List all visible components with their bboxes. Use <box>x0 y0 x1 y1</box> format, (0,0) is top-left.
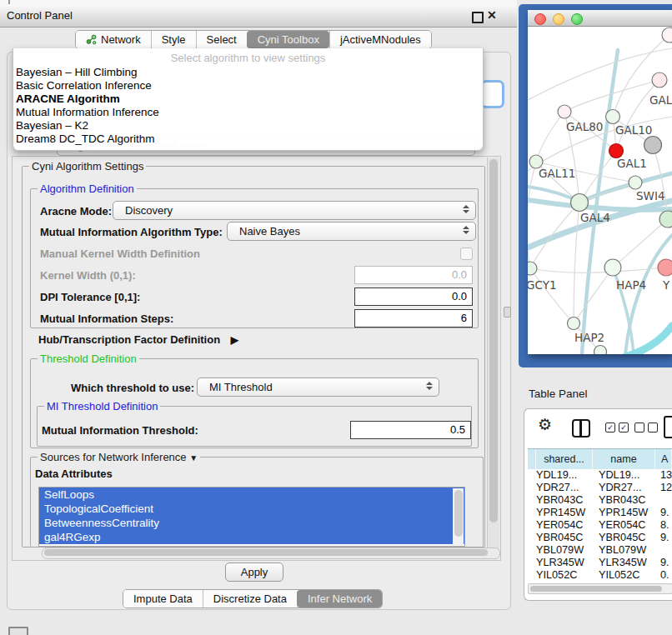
attribute-item-topologicalcoefficient[interactable]: TopologicalCoefficient <box>39 502 464 516</box>
table-cell: YBR045C <box>599 532 660 544</box>
data-attributes-label: Data Attributes <box>35 468 113 480</box>
apply-button[interactable]: Apply <box>225 562 283 582</box>
network-window-titlebar[interactable] <box>528 10 672 27</box>
table-header-stub[interactable] <box>528 449 536 469</box>
float-window-icon[interactable] <box>472 12 484 23</box>
table-cell <box>660 494 672 507</box>
attributes-scrollbar[interactable] <box>453 488 464 545</box>
network-node[interactable] <box>629 176 642 189</box>
network-node[interactable] <box>662 28 672 42</box>
algorithm-option-aracne-algorithm[interactable]: ARACNE Algorithm <box>13 92 483 106</box>
network-edge[interactable] <box>528 48 672 100</box>
table-row[interactable]: YBR045CYBR045C9. <box>528 532 672 544</box>
network-node[interactable] <box>659 211 672 228</box>
tab-discretize-data[interactable]: Discretize Data <box>203 590 297 608</box>
algorithm-option-bayesian-hill-climbing[interactable]: Bayesian – Hill Climbing <box>13 66 483 79</box>
mi-algorithm-type-combo[interactable]: Naive Bayes <box>227 222 476 241</box>
which-threshold-combo[interactable]: MI Threshold <box>197 378 439 397</box>
table-row[interactable]: YDR27...YDR27...12 <box>528 482 672 494</box>
network-edge[interactable] <box>530 268 574 323</box>
mi-steps-field[interactable]: 6 <box>354 309 473 328</box>
network-node[interactable] <box>558 105 571 118</box>
tab-impute-data[interactable]: Impute Data <box>123 590 203 608</box>
node-label-hap2: HAP2 <box>574 331 604 344</box>
algorithm-dropdown-prompt: Select algorithm to view settings <box>13 48 483 66</box>
combo-stepper-icon <box>426 382 433 390</box>
threshold-definition-title: Threshold Definition <box>38 352 139 365</box>
network-canvas[interactable]: GALGAL80GAL10GAL1GAL11SWI4GAL4GCY1HAP4YH… <box>528 26 672 354</box>
zoom-traffic-light-icon[interactable] <box>571 13 583 25</box>
network-edge[interactable] <box>536 112 564 162</box>
hub-definition-expander[interactable]: Hub/Transcription Factor Definition ▶ <box>38 333 238 346</box>
panel-splitter-handle[interactable] <box>504 307 511 318</box>
split-columns-icon[interactable] <box>572 419 590 438</box>
deselect-all-checkboxes-icon[interactable] <box>634 422 658 432</box>
table-cell: YER054C <box>599 519 660 532</box>
minimized-panel-icon[interactable] <box>8 627 28 635</box>
table-row[interactable]: YPR145WYPR145W9. <box>528 507 672 519</box>
settings-vertical-scrollbar[interactable] <box>487 158 499 558</box>
network-edge[interactable] <box>528 162 536 268</box>
attribute-item-gal4rgexp[interactable]: gal4RGexp <box>39 530 464 544</box>
table-cell: 9. <box>660 557 672 569</box>
tab-network[interactable]: Network <box>76 31 151 48</box>
table-row[interactable]: YDL19...YDL19...13 <box>528 469 672 482</box>
control-panel-title: Control Panel <box>7 9 73 22</box>
tab-infer-network[interactable]: Infer Network <box>297 590 382 608</box>
tab-cyni-toolbox[interactable]: Cyni Toolbox <box>247 31 329 48</box>
table-horizontal-scrollbar[interactable] <box>528 583 672 594</box>
network-edge[interactable] <box>613 219 668 268</box>
network-node[interactable] <box>606 110 620 124</box>
select-all-checkboxes-icon[interactable]: ✓ ✓ <box>605 422 629 432</box>
dpi-tolerance-field[interactable]: 0.0 <box>354 288 473 306</box>
tab-style[interactable]: Style <box>151 31 196 48</box>
network-node[interactable] <box>571 194 589 212</box>
network-node[interactable] <box>568 318 580 330</box>
algorithm-option-bayesian-k2[interactable]: Bayesian – K2 <box>13 119 483 132</box>
algorithm-option-basic-correlation-inference[interactable]: Basic Correlation Inference <box>13 79 483 92</box>
algorithm-option-dream8-dc-tdc-algorithm[interactable]: Dream8 DC_TDC Algorithm <box>13 132 483 146</box>
close-traffic-light-icon[interactable] <box>534 13 546 25</box>
table-row[interactable]: YBL079WYBL079W <box>528 544 672 557</box>
network-edge[interactable] <box>574 202 579 323</box>
tab-label: Style <box>162 33 186 46</box>
algorithm-option-mutual-information-inference[interactable]: Mutual Information Inference <box>13 106 483 119</box>
table-row[interactable]: YLR345WYLR345W9. <box>528 557 672 569</box>
network-node[interactable] <box>658 259 672 276</box>
table-row[interactable]: YIL052CYIL052C0. <box>528 569 672 581</box>
network-node[interactable] <box>652 72 667 88</box>
screen: Control Panel ✕ NetworkStyleSelectCyni T… <box>0 0 672 635</box>
tab-label: Network <box>101 33 141 46</box>
kernel-width-field[interactable]: 0.0 <box>354 266 473 284</box>
table-cell <box>660 544 672 557</box>
network-node[interactable] <box>604 259 621 276</box>
manual-kernel-width-checkbox[interactable] <box>460 248 473 260</box>
tab-select[interactable]: Select <box>196 31 247 48</box>
mi-threshold-field[interactable]: 0.5 <box>350 421 471 439</box>
settings-horizontal-scrollbar[interactable] <box>42 548 500 559</box>
network-node[interactable] <box>594 346 607 355</box>
column-header-a[interactable]: A <box>655 449 672 469</box>
algorithm-combo-focus-fragment[interactable] <box>480 80 504 108</box>
column-header-name[interactable]: name <box>593 449 655 469</box>
close-icon[interactable]: ✕ <box>487 8 497 22</box>
tab-jactivemnodules[interactable]: jActiveMNodules <box>329 31 431 48</box>
aracne-mode-combo[interactable]: Discovery <box>113 201 476 220</box>
collapse-arrow-icon[interactable]: ▼ <box>189 453 198 462</box>
table-row[interactable]: YBR043CYBR043C <box>528 494 672 507</box>
minimize-traffic-light-icon[interactable] <box>553 13 564 25</box>
column-header-shared[interactable]: shared... <box>536 449 593 469</box>
attribute-item-betweennesscentrality[interactable]: BetweennessCentrality <box>39 516 464 530</box>
table-cell: YDR27... <box>536 482 599 494</box>
checked-box-icon: ✓ <box>619 422 629 432</box>
attribute-item-selfloops[interactable]: SelfLoops <box>39 488 464 502</box>
data-attributes-list[interactable]: SelfLoopsTopologicalCoefficientBetweenne… <box>38 487 465 547</box>
network-node[interactable] <box>644 137 662 154</box>
network-node[interactable] <box>528 262 537 275</box>
gear-icon[interactable]: ⚙ <box>538 416 552 434</box>
hub-definition-label: Hub/Transcription Factor Definition <box>38 333 220 346</box>
network-edge[interactable] <box>574 268 613 323</box>
document-icon-partial[interactable] <box>664 416 672 438</box>
table-row[interactable]: YER054CYER054C8. <box>528 519 672 532</box>
network-node[interactable] <box>609 144 624 158</box>
